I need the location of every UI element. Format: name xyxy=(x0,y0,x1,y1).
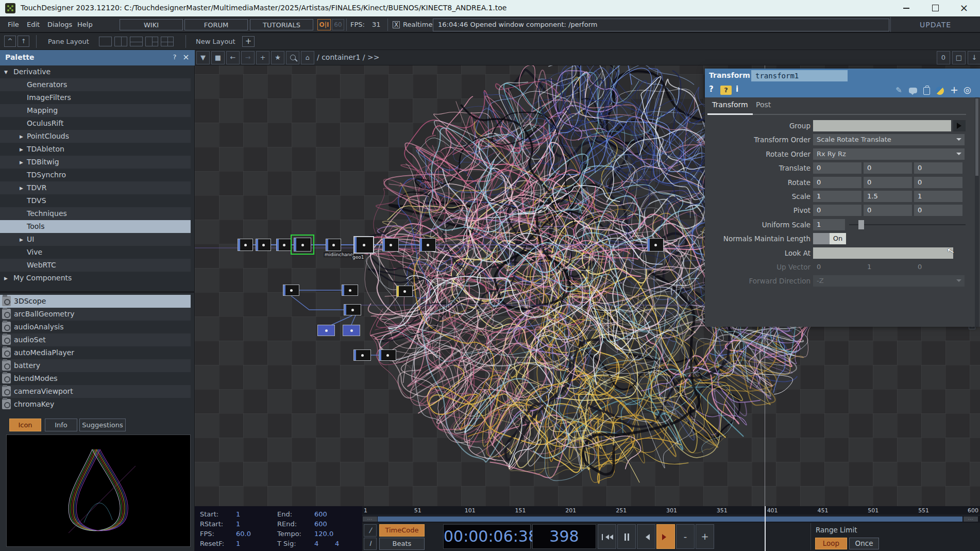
operator-node[interactable] xyxy=(647,238,664,252)
minimize-button[interactable] xyxy=(894,0,918,16)
bookmark-icon[interactable]: ★ xyxy=(271,51,284,64)
param-field-translate-0[interactable]: 0 xyxy=(813,162,861,174)
component-item-blendmodes[interactable]: blendModes xyxy=(0,372,191,385)
component-item-automediaplayer[interactable]: autoMediaPlayer xyxy=(0,346,191,359)
node-input-connector[interactable] xyxy=(256,239,258,251)
maximize-button[interactable] xyxy=(923,0,947,16)
component-item-arcballgeometry[interactable]: arcBallGeometry xyxy=(0,308,191,321)
timeline-value[interactable]: 1 xyxy=(236,510,240,518)
sidebar-item-webrtc[interactable]: WebRTC xyxy=(0,259,191,272)
param-field-scale-2[interactable]: 1 xyxy=(914,191,962,202)
node-input-connector[interactable] xyxy=(354,237,357,253)
node-input-connector[interactable] xyxy=(379,350,381,360)
help-icon[interactable]: ? xyxy=(709,85,714,94)
operator-node[interactable] xyxy=(382,238,399,252)
sidebar-item-pointclouds[interactable]: ▶PointClouds xyxy=(0,130,191,143)
param-field-translate-1[interactable]: 0 xyxy=(864,162,912,174)
playhead-marker[interactable] xyxy=(765,506,766,551)
menu-button-forum[interactable]: FORUM xyxy=(184,19,248,30)
expand-icon[interactable]: ▶ xyxy=(20,156,23,169)
operator-node[interactable] xyxy=(317,325,335,336)
sidebar-item-mapping[interactable]: Mapping xyxy=(0,104,191,117)
add-layout-button[interactable]: + xyxy=(242,36,255,47)
node-input-connector[interactable] xyxy=(383,239,385,251)
pane-layout-preset-2[interactable] xyxy=(114,37,127,46)
node-input-connector[interactable] xyxy=(354,350,356,360)
node-input-connector[interactable] xyxy=(283,285,285,295)
pane-export-icon[interactable]: ↑ xyxy=(18,36,29,47)
forward-icon[interactable]: → xyxy=(241,51,255,64)
slider-track[interactable] xyxy=(849,224,966,225)
param-field-translate-2[interactable]: 0 xyxy=(914,162,962,174)
param-input-look-at[interactable] xyxy=(813,247,953,259)
param-tab-transform[interactable]: Transform xyxy=(712,101,748,109)
sidebar-item-tdableton[interactable]: ▶TDAbleton xyxy=(0,143,191,156)
parameter-scrollbar[interactable] xyxy=(975,97,979,327)
sidebar-item-tools[interactable]: Tools xyxy=(0,220,191,233)
realtime-checkbox[interactable]: X xyxy=(393,21,400,28)
time-mode-tab-timecode[interactable]: TimeCode xyxy=(379,524,425,537)
param-field-scale-1[interactable]: 1.5 xyxy=(864,191,912,202)
toggle-normals-maintain-length[interactable] xyxy=(813,233,830,244)
parameter-dialog-header[interactable]: Transform transform1 xyxy=(705,69,980,83)
menu-dialogs[interactable]: Dialogs xyxy=(47,21,72,28)
node-input-connector[interactable] xyxy=(397,286,399,296)
zoom-level-button[interactable]: 0 xyxy=(937,51,950,64)
operator-node[interactable] xyxy=(353,349,371,361)
operator-node[interactable] xyxy=(342,285,358,296)
timeline-value[interactable]: 600 xyxy=(314,510,327,518)
param-field-rotate-1[interactable]: 0 xyxy=(864,177,912,188)
sidebar-item-derivative[interactable]: ▼Derivative xyxy=(0,65,191,78)
collapse-icon[interactable]: ▼ xyxy=(4,66,8,79)
component-item-audioset[interactable]: audioSet xyxy=(0,333,191,346)
component-item-chromakey[interactable]: chromaKey xyxy=(0,398,191,411)
add-icon[interactable]: + xyxy=(256,51,269,64)
sidebar-item-oculusrift[interactable]: OculusRift xyxy=(0,117,191,130)
sidebar-item-generators[interactable]: Generators xyxy=(0,78,191,91)
param-field-pivot-1[interactable]: 0 xyxy=(864,205,912,216)
info-icon[interactable]: i xyxy=(736,85,738,94)
param-field-pivot-0[interactable]: 0 xyxy=(813,205,861,216)
menu-button-tutorials[interactable]: TUTORIALS xyxy=(250,19,313,30)
node-input-connector[interactable] xyxy=(277,239,279,251)
expand-icon[interactable]: ▶ xyxy=(20,182,23,195)
copy-parameters-icon[interactable] xyxy=(923,87,930,95)
palette-tab-icon[interactable]: Icon xyxy=(9,419,41,431)
edit-expression-icon[interactable]: ✎ xyxy=(895,86,902,95)
pane-layout-preset-4[interactable] xyxy=(145,37,158,46)
pane-layout-preset-5[interactable] xyxy=(161,37,174,46)
node-input-connector[interactable] xyxy=(344,305,346,315)
language-target-icon[interactable]: ◎ xyxy=(964,85,971,95)
param-field-scale-0[interactable]: 1 xyxy=(813,191,861,202)
pause-button[interactable] xyxy=(617,524,636,549)
component-item-3dscope[interactable]: 3DScope xyxy=(0,295,191,308)
expand-icon[interactable]: ▶ xyxy=(4,272,8,285)
pane-window-icon[interactable]: ^ xyxy=(4,36,16,47)
toggle-state-label[interactable]: On xyxy=(830,233,846,244)
menu-edit[interactable]: Edit xyxy=(27,21,40,28)
param-input-group[interactable] xyxy=(813,120,951,131)
timeline-value[interactable]: 4 xyxy=(314,540,318,547)
sidebar-item-ui[interactable]: ▶UI xyxy=(0,233,191,246)
sidebar-item-imagefilters[interactable]: ImageFilters xyxy=(0,91,191,104)
collapse-pane-button[interactable]: ↓ xyxy=(968,51,980,64)
frame-display[interactable]: 398 xyxy=(532,524,596,549)
param-field-uniform-scale[interactable]: 1 xyxy=(813,219,845,230)
step-back-button[interactable]: - xyxy=(676,524,695,549)
operator-node[interactable] xyxy=(343,325,360,336)
loop-button[interactable]: Loop xyxy=(815,538,847,549)
once-button[interactable]: Once xyxy=(849,538,879,549)
component-item-cameraviewport[interactable]: cameraViewport xyxy=(0,385,191,398)
operator-node-geo1[interactable] xyxy=(353,236,374,254)
add-parameter-icon[interactable]: + xyxy=(950,84,958,95)
close-button[interactable]: × xyxy=(952,0,976,16)
stop-icon[interactable]: ■ xyxy=(211,51,225,64)
param-field-rotate-0[interactable]: 0 xyxy=(813,177,861,188)
component-item-audioanalysis[interactable]: audioAnalysis xyxy=(0,321,191,333)
operator-node[interactable] xyxy=(276,239,292,251)
home-icon[interactable]: ⌂ xyxy=(301,51,314,64)
node-input-connector[interactable] xyxy=(238,239,240,251)
node-input-connector[interactable] xyxy=(326,239,328,251)
sidebar-item-my-components[interactable]: ▶My Components xyxy=(0,272,191,285)
operator-node[interactable] xyxy=(256,239,271,251)
